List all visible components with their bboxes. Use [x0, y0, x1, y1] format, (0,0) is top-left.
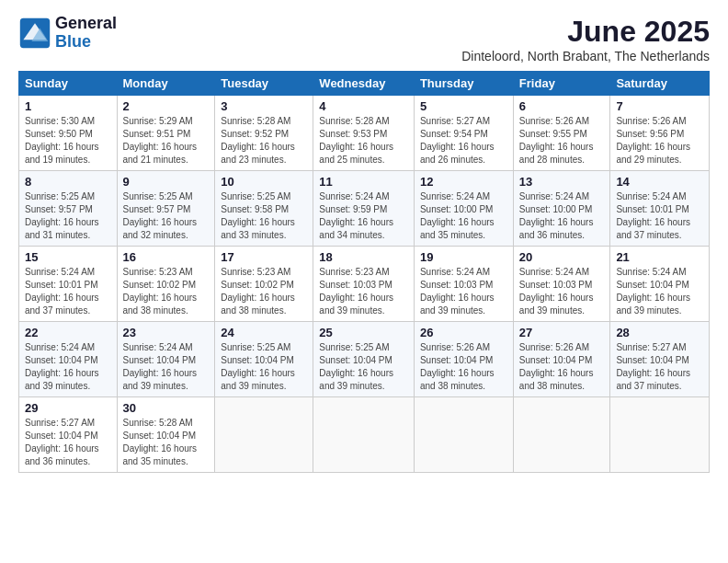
- col-friday: Friday: [513, 72, 610, 96]
- day-info: Sunrise: 5:26 AMSunset: 10:04 PMDaylight…: [420, 342, 495, 391]
- calendar-cell: 22 Sunrise: 5:24 AMSunset: 10:04 PMDayli…: [19, 322, 118, 397]
- calendar-cell: 9 Sunrise: 5:25 AMSunset: 9:57 PMDayligh…: [117, 171, 215, 247]
- calendar-cell: 10 Sunrise: 5:25 AMSunset: 9:58 PMDaylig…: [215, 171, 313, 247]
- day-info: Sunrise: 5:24 AMSunset: 10:03 PMDaylight…: [519, 267, 594, 316]
- calendar-cell: 20 Sunrise: 5:24 AMSunset: 10:03 PMDayli…: [513, 247, 610, 322]
- day-info: Sunrise: 5:26 AMSunset: 9:55 PMDaylight:…: [519, 116, 594, 165]
- day-info: Sunrise: 5:29 AMSunset: 9:51 PMDaylight:…: [123, 116, 198, 165]
- calendar-week-row: 29 Sunrise: 5:27 AMSunset: 10:04 PMDayli…: [19, 397, 710, 473]
- day-info: Sunrise: 5:24 AMSunset: 9:59 PMDaylight:…: [319, 191, 393, 240]
- calendar-week-row: 22 Sunrise: 5:24 AMSunset: 10:04 PMDayli…: [19, 322, 710, 397]
- calendar-cell: 13 Sunrise: 5:24 AMSunset: 10:00 PMDayli…: [513, 171, 610, 247]
- calendar-cell: 28 Sunrise: 5:27 AMSunset: 10:04 PMDayli…: [610, 322, 710, 397]
- day-number: 6: [519, 99, 605, 113]
- day-number: 13: [519, 175, 605, 189]
- calendar-cell: 12 Sunrise: 5:24 AMSunset: 10:00 PMDayli…: [414, 171, 513, 247]
- col-tuesday: Tuesday: [215, 72, 313, 96]
- calendar-cell: [610, 397, 710, 473]
- day-info: Sunrise: 5:23 AMSunset: 10:02 PMDaylight…: [123, 267, 198, 316]
- day-info: Sunrise: 5:24 AMSunset: 10:04 PMDaylight…: [616, 267, 690, 316]
- day-number: 29: [25, 401, 111, 415]
- day-info: Sunrise: 5:25 AMSunset: 9:57 PMDaylight:…: [123, 191, 198, 240]
- day-number: 23: [123, 326, 210, 339]
- day-info: Sunrise: 5:27 AMSunset: 10:04 PMDaylight…: [25, 418, 99, 466]
- day-info: Sunrise: 5:25 AMSunset: 9:57 PMDaylight:…: [25, 191, 99, 240]
- day-number: 5: [420, 99, 507, 113]
- calendar-cell: 24 Sunrise: 5:25 AMSunset: 10:04 PMDayli…: [215, 322, 313, 397]
- day-number: 3: [221, 99, 307, 113]
- day-number: 4: [319, 99, 408, 113]
- day-info: Sunrise: 5:25 AMSunset: 10:04 PMDaylight…: [319, 342, 393, 391]
- day-number: 10: [221, 175, 307, 189]
- day-number: 16: [123, 250, 210, 264]
- calendar-cell: 6 Sunrise: 5:26 AMSunset: 9:55 PMDayligh…: [513, 96, 610, 171]
- day-info: Sunrise: 5:25 AMSunset: 10:04 PMDaylight…: [221, 342, 295, 391]
- calendar-cell: [215, 397, 313, 473]
- calendar-cell: 5 Sunrise: 5:27 AMSunset: 9:54 PMDayligh…: [414, 96, 513, 171]
- calendar-cell: 1 Sunrise: 5:30 AMSunset: 9:50 PMDayligh…: [19, 96, 118, 171]
- calendar-cell: 3 Sunrise: 5:28 AMSunset: 9:52 PMDayligh…: [215, 96, 313, 171]
- day-number: 19: [420, 250, 507, 264]
- calendar-cell: 19 Sunrise: 5:24 AMSunset: 10:03 PMDayli…: [414, 247, 513, 322]
- day-number: 25: [319, 326, 408, 339]
- day-number: 12: [420, 175, 507, 189]
- calendar-cell: 16 Sunrise: 5:23 AMSunset: 10:02 PMDayli…: [117, 247, 215, 322]
- day-number: 7: [616, 99, 703, 113]
- calendar-cell: 14 Sunrise: 5:24 AMSunset: 10:01 PMDayli…: [610, 171, 710, 247]
- day-number: 8: [25, 175, 111, 189]
- calendar-week-row: 15 Sunrise: 5:24 AMSunset: 10:01 PMDayli…: [19, 247, 710, 322]
- day-info: Sunrise: 5:30 AMSunset: 9:50 PMDaylight:…: [25, 116, 99, 165]
- calendar-cell: [414, 397, 513, 473]
- day-info: Sunrise: 5:25 AMSunset: 9:58 PMDaylight:…: [221, 191, 295, 240]
- day-info: Sunrise: 5:28 AMSunset: 10:04 PMDaylight…: [123, 418, 198, 466]
- calendar-table: Sunday Monday Tuesday Wednesday Thursday…: [18, 71, 710, 473]
- title-section: June 2025 Dinteloord, North Brabant, The…: [461, 15, 710, 63]
- day-info: Sunrise: 5:23 AMSunset: 10:02 PMDaylight…: [221, 267, 295, 316]
- calendar-cell: 27 Sunrise: 5:26 AMSunset: 10:04 PMDayli…: [513, 322, 610, 397]
- day-number: 26: [420, 326, 507, 339]
- page: General Blue June 2025 Dinteloord, North…: [0, 0, 728, 563]
- col-thursday: Thursday: [414, 72, 513, 96]
- calendar-cell: 18 Sunrise: 5:23 AMSunset: 10:03 PMDayli…: [313, 247, 415, 322]
- day-info: Sunrise: 5:28 AMSunset: 9:53 PMDaylight:…: [319, 116, 393, 165]
- col-monday: Monday: [117, 72, 215, 96]
- main-title: June 2025: [461, 15, 710, 49]
- day-info: Sunrise: 5:24 AMSunset: 10:00 PMDaylight…: [519, 191, 594, 240]
- day-info: Sunrise: 5:26 AMSunset: 10:04 PMDaylight…: [519, 342, 594, 391]
- day-info: Sunrise: 5:27 AMSunset: 10:04 PMDaylight…: [616, 342, 690, 391]
- day-number: 14: [616, 175, 703, 189]
- calendar-cell: 4 Sunrise: 5:28 AMSunset: 9:53 PMDayligh…: [313, 96, 415, 171]
- calendar-cell: [513, 397, 610, 473]
- calendar-cell: 30 Sunrise: 5:28 AMSunset: 10:04 PMDayli…: [117, 397, 215, 473]
- calendar-week-row: 1 Sunrise: 5:30 AMSunset: 9:50 PMDayligh…: [19, 96, 710, 171]
- day-number: 27: [519, 326, 605, 339]
- day-number: 24: [221, 326, 307, 339]
- day-number: 30: [123, 401, 210, 415]
- day-info: Sunrise: 5:28 AMSunset: 9:52 PMDaylight:…: [221, 116, 295, 165]
- day-number: 17: [221, 250, 307, 264]
- day-number: 9: [123, 175, 210, 189]
- calendar-header-row: Sunday Monday Tuesday Wednesday Thursday…: [19, 72, 710, 96]
- day-number: 11: [319, 175, 408, 189]
- calendar-cell: 11 Sunrise: 5:24 AMSunset: 9:59 PMDaylig…: [313, 171, 415, 247]
- calendar-cell: 7 Sunrise: 5:26 AMSunset: 9:56 PMDayligh…: [610, 96, 710, 171]
- header: General Blue June 2025 Dinteloord, North…: [18, 15, 710, 63]
- day-number: 21: [616, 250, 703, 264]
- calendar-cell: 2 Sunrise: 5:29 AMSunset: 9:51 PMDayligh…: [117, 96, 215, 171]
- day-number: 2: [123, 99, 210, 113]
- calendar-cell: [313, 397, 415, 473]
- logo-icon: [18, 17, 51, 50]
- day-number: 22: [25, 326, 111, 339]
- subtitle: Dinteloord, North Brabant, The Netherlan…: [461, 49, 710, 63]
- day-info: Sunrise: 5:24 AMSunset: 10:00 PMDaylight…: [420, 191, 495, 240]
- col-saturday: Saturday: [610, 72, 710, 96]
- day-info: Sunrise: 5:24 AMSunset: 10:04 PMDaylight…: [25, 342, 99, 391]
- calendar-cell: 29 Sunrise: 5:27 AMSunset: 10:04 PMDayli…: [19, 397, 118, 473]
- calendar-cell: 26 Sunrise: 5:26 AMSunset: 10:04 PMDayli…: [414, 322, 513, 397]
- day-number: 28: [616, 326, 703, 339]
- calendar-cell: 17 Sunrise: 5:23 AMSunset: 10:02 PMDayli…: [215, 247, 313, 322]
- day-info: Sunrise: 5:24 AMSunset: 10:04 PMDaylight…: [123, 342, 198, 391]
- col-sunday: Sunday: [19, 72, 118, 96]
- day-info: Sunrise: 5:26 AMSunset: 9:56 PMDaylight:…: [616, 116, 690, 165]
- calendar-cell: 23 Sunrise: 5:24 AMSunset: 10:04 PMDayli…: [117, 322, 215, 397]
